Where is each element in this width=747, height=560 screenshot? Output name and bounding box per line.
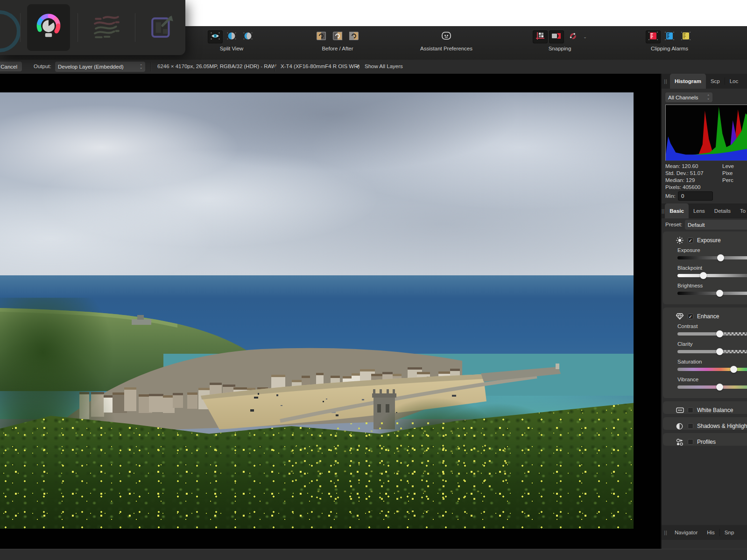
stat-line: Pixels: 405600	[665, 184, 704, 191]
before-after-group: Before / After	[310, 30, 365, 51]
min-input[interactable]: 0	[678, 191, 713, 201]
profiles-checkbox[interactable]	[688, 439, 693, 445]
section-title: White Balance	[697, 407, 733, 413]
clip-blue-button[interactable]	[662, 30, 677, 43]
tab-tones[interactable]: To	[735, 203, 747, 218]
panel-grip[interactable]: ||	[662, 525, 670, 540]
vibrance-slider-thumb[interactable]	[716, 384, 723, 391]
snap-magnet-button[interactable]	[565, 30, 580, 43]
split-view-mirror-button[interactable]	[240, 30, 255, 43]
tone-mapping-persona-button[interactable]	[85, 4, 128, 51]
snap-bounds-icon	[551, 32, 562, 42]
slider-vibrance: Vibrance	[663, 376, 747, 393]
after-button[interactable]	[330, 30, 345, 43]
profiles-icon	[676, 439, 684, 446]
histogram-tabbar: || Histogram Scp Loc	[662, 74, 747, 89]
tab-histogram[interactable]: Histogram	[670, 74, 706, 89]
develop-tabbar: || Basic Lens Details To	[662, 203, 747, 218]
show-all-layers-checkbox[interactable]: ✓	[356, 63, 360, 70]
cancel-button[interactable]: Cancel	[0, 61, 22, 72]
divider	[275, 62, 275, 71]
white-balance-icon	[676, 407, 684, 413]
slider-exposure: Exposure	[663, 246, 747, 264]
clarity-slider-thumb[interactable]	[716, 348, 723, 355]
photo-persona-icon[interactable]	[0, 10, 21, 52]
persona-popup	[0, 0, 185, 55]
before-after-both-button[interactable]	[346, 30, 361, 43]
saturation-slider-thumb[interactable]	[730, 366, 737, 373]
develop-persona-button[interactable]	[27, 4, 70, 51]
clarity-slider-track[interactable]	[677, 350, 747, 353]
slider-label: Exposure	[677, 247, 700, 253]
snapping-dropdown-chevron[interactable]: ⌄	[583, 35, 587, 39]
after-icon	[332, 31, 343, 43]
tab-basic[interactable]: Basic	[665, 203, 689, 218]
split-view-single-button[interactable]	[208, 30, 223, 43]
tab-location[interactable]: Loc	[725, 74, 743, 89]
crescent-icon	[243, 32, 253, 42]
stat-line: Std. Dev.: 51.07	[665, 170, 704, 177]
contrast-slider-thumb[interactable]	[716, 330, 723, 337]
develop-persona-icon	[35, 13, 62, 42]
preset-select[interactable]: Default	[685, 220, 747, 230]
clip-blue-icon	[664, 31, 675, 43]
blackpoint-slider-track[interactable]	[677, 274, 747, 277]
clipping-alarms-group: Clipping Alarms	[642, 30, 697, 51]
vibrance-slider-track[interactable]	[677, 385, 747, 389]
snapping-group: ⌄ Snapping	[529, 30, 590, 51]
tab-lens[interactable]: Lens	[689, 203, 710, 218]
snap-bounds-button[interactable]	[549, 30, 564, 43]
half-circle-icon	[226, 32, 237, 42]
panel-grip[interactable]: ||	[662, 74, 670, 89]
tab-details[interactable]: Details	[710, 203, 735, 218]
slider-label: Vibrance	[677, 377, 698, 382]
develop-bar: Cancel Output: Develop Layer (Embedded) …	[0, 60, 747, 74]
section-white-balance: White Balance	[663, 401, 747, 414]
min-input-value: 0	[681, 193, 684, 199]
tab-snapshots[interactable]: Snp	[720, 525, 739, 540]
brightness-slider-thumb[interactable]	[716, 290, 723, 297]
tab-history[interactable]: His	[702, 525, 719, 540]
contrast-slider-track[interactable]	[677, 332, 747, 336]
section-enhance: ✓EnhanceContrastClaritySaturationVibranc…	[663, 308, 747, 398]
camera-info: X-T4 (XF16-80mmF4 R OIS WR)	[281, 63, 359, 69]
min-label: Min:	[665, 193, 676, 199]
snap-grid-button[interactable]	[533, 30, 548, 43]
panel-grip[interactable]: ||	[662, 203, 665, 218]
enhance-checkbox[interactable]: ✓	[688, 314, 693, 319]
split-view-split-button[interactable]	[224, 30, 239, 43]
app-window: Split View	[0, 0, 747, 560]
assistant-button[interactable]	[439, 30, 454, 43]
histogram-stats-right: LevePixePerc	[722, 163, 734, 184]
document-canvas[interactable]	[0, 74, 661, 560]
section-profiles: Profiles	[663, 433, 747, 446]
slider-label: Contrast	[677, 323, 698, 329]
studio-panel: || Histogram Scp Loc All Channels ⌃⌄ Mea…	[661, 74, 747, 560]
clipping-alarms-label: Clipping Alarms	[651, 46, 688, 51]
exposure-slider-track[interactable]	[677, 256, 747, 259]
brightness-slider-track[interactable]	[677, 292, 747, 295]
clip-red-button[interactable]	[646, 30, 661, 43]
histogram-stats: Mean: 120.60Std. Dev.: 51.07Median: 129P…	[665, 163, 704, 191]
shadows-highlights-checkbox[interactable]	[688, 423, 693, 429]
slider-label: Brightness	[677, 283, 703, 288]
export-persona-button[interactable]	[141, 4, 184, 51]
status-strip	[0, 549, 747, 560]
before-after-label: Before / After	[322, 46, 353, 51]
select-stepper-icon: ⌃⌄	[704, 95, 710, 99]
photo-image	[0, 92, 634, 529]
exposure-slider-thumb[interactable]	[717, 254, 724, 261]
slider-label: Saturation	[677, 359, 702, 364]
output-select[interactable]: Develop Layer (Embedded) ⌃⌄	[55, 62, 145, 72]
exposure-checkbox[interactable]: ✓	[688, 238, 693, 243]
tab-scope[interactable]: Scp	[706, 74, 725, 89]
white-balance-checkbox[interactable]	[688, 407, 693, 413]
clip-yellow-button[interactable]	[678, 30, 693, 43]
slider-saturation: Saturation	[663, 358, 747, 376]
popup-divider	[20, 13, 21, 42]
saturation-slider-track[interactable]	[677, 368, 747, 371]
before-button[interactable]	[314, 30, 329, 43]
tab-navigator[interactable]: Navigator	[670, 525, 702, 540]
blackpoint-slider-thumb[interactable]	[700, 272, 707, 279]
channel-select[interactable]: All Channels ⌃⌄	[665, 92, 712, 102]
